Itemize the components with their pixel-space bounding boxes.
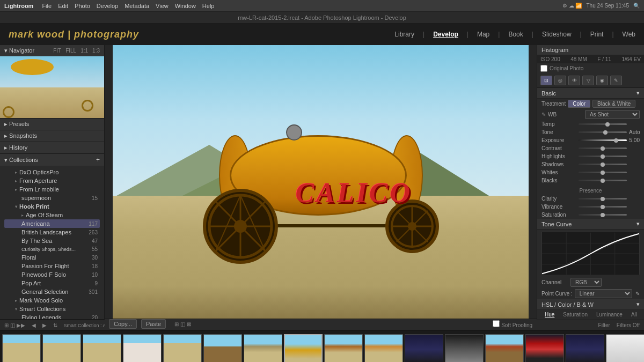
fill-control[interactable]: FILL — [65, 48, 76, 54]
nav-book[interactable]: Book — [508, 31, 523, 38]
whites-slider[interactable] — [579, 172, 627, 173]
collection-curiosity[interactable]: Curiosity Shops, Sheds...55 — [4, 245, 100, 253]
menu-photo[interactable]: Photo — [75, 3, 90, 9]
tone-curve-header[interactable]: Tone Curve ▾ — [537, 219, 644, 230]
1to3-control[interactable]: 1:3 — [92, 48, 100, 54]
basic-expand-icon[interactable]: ▾ — [636, 90, 640, 97]
collection-flying[interactable]: Flying Legends20 — [4, 313, 100, 320]
hsl-tab-all[interactable]: All — [628, 311, 640, 318]
collection-by-the-sea[interactable]: By The Sea47 — [4, 237, 100, 245]
panel-toggle-icons[interactable]: ⊞ ◫ ▶▶ — [4, 322, 25, 328]
collection-americana[interactable]: Americana117 — [4, 219, 100, 228]
film-thumb-11[interactable]: ★★★ — [405, 334, 443, 363]
soft-proofing-toggle[interactable]: Soft Proofing — [493, 320, 532, 328]
image-area[interactable]: CALICO — [105, 45, 537, 319]
collection-supermoon[interactable]: supermoon15 — [4, 194, 100, 202]
nav-web[interactable]: Web — [623, 31, 635, 38]
film-thumb-3[interactable]: ★★★ — [83, 334, 121, 363]
original-photo-checkbox[interactable] — [540, 65, 547, 72]
contrast-slider[interactable] — [579, 147, 627, 149]
film-thumb-4[interactable]: ★★★★ — [123, 334, 162, 363]
soft-proofing-checkbox[interactable] — [493, 320, 500, 327]
spot-removal-tool[interactable]: ◎ — [554, 76, 566, 85]
film-thumb-16[interactable]: ★★★★ — [606, 334, 644, 363]
shadows-slider[interactable] — [579, 164, 627, 165]
add-collection-icon[interactable]: + — [96, 156, 100, 164]
color-treatment-btn[interactable]: Color — [568, 100, 590, 108]
redeye-tool[interactable]: 👁 — [568, 76, 580, 85]
nav-develop[interactable]: Develop — [433, 31, 458, 38]
basic-header[interactable]: Basic ▾ — [537, 88, 644, 99]
menu-develop[interactable]: Develop — [97, 3, 118, 9]
collection-hook-print[interactable]: ▾Hook Print — [4, 202, 100, 211]
bw-treatment-btn[interactable]: Black & White — [592, 100, 635, 108]
navigator-header[interactable]: ▾ Navigator FIT FILL 1:1 1:3 — [0, 45, 104, 56]
hsl-tab-saturation[interactable]: Saturation — [560, 311, 591, 318]
original-photo-toggle[interactable]: Original Photo — [537, 63, 644, 73]
collection-pinewood[interactable]: Pinewood F Solo10 — [4, 270, 100, 279]
filmstrip-nav-prev[interactable]: ◀ — [32, 322, 36, 328]
film-thumb-1[interactable]: ★★★★ — [2, 334, 41, 363]
collection-floral[interactable]: Floral30 — [4, 253, 100, 262]
film-thumb-9[interactable]: ★★★★ — [324, 334, 363, 363]
hsl-expand[interactable]: ▾ — [636, 301, 640, 308]
copy-button[interactable]: Copy... — [109, 319, 137, 329]
collections-header[interactable]: ▾ Collections + — [0, 154, 104, 166]
film-thumb-10[interactable]: ★★★★ — [364, 334, 403, 363]
collection-passion[interactable]: Passion For Flight18 — [4, 262, 100, 270]
presets-header[interactable]: ▸ Presets — [0, 119, 104, 130]
menu-file[interactable]: File — [42, 3, 52, 9]
film-thumb-2[interactable]: ★★★★ — [42, 334, 81, 363]
collection-age-of-steam[interactable]: ▸Age Of Steam — [4, 211, 100, 219]
adjustment-brush-tool[interactable]: ✎ — [610, 76, 622, 85]
filmstrip-sort[interactable]: ⇅ — [53, 322, 57, 328]
hsl-header[interactable]: HSL / Color / B & W ▾ — [537, 299, 644, 310]
menu-metadata[interactable]: Metadata — [125, 3, 149, 9]
collection-mark-wood[interactable]: ▸Mark Wood Solo — [4, 296, 100, 305]
navigator-thumbnail[interactable] — [0, 56, 104, 118]
curve-edit-icon[interactable]: ✎ — [635, 291, 640, 297]
saturation-slider[interactable] — [579, 214, 627, 216]
histogram-header[interactable]: Histogram — [537, 45, 644, 55]
film-thumb-13[interactable]: ★★★ — [485, 334, 524, 363]
film-thumb-8[interactable]: ★★★★★ — [284, 334, 323, 363]
film-thumb-5[interactable]: ★★★ — [163, 334, 202, 363]
snapshots-header[interactable]: ▸ Snapshots — [0, 130, 104, 142]
menu-window[interactable]: Window — [175, 3, 196, 9]
collection-pop-art[interactable]: Pop Art9 — [4, 279, 100, 287]
collection-lr-mobile[interactable]: ▸From Lr mobile — [4, 185, 100, 194]
hsl-tab-luminance[interactable]: Luminance — [593, 311, 626, 318]
menu-view[interactable]: View — [156, 3, 169, 9]
hsl-tab-hue[interactable]: Hue — [541, 311, 558, 318]
film-thumb-6[interactable]: ★★★★ — [203, 334, 242, 363]
point-curve-select[interactable]: Linear Medium Contrast Strong Contrast — [575, 289, 632, 298]
collection-aperture[interactable]: ▸From Aperture — [4, 176, 100, 185]
clarity-slider[interactable] — [579, 198, 627, 200]
menu-help[interactable]: Help — [202, 3, 215, 9]
wb-dropdown[interactable]: As Shot Auto Daylight — [585, 110, 640, 119]
collection-smart[interactable]: ▾Smart Collections — [4, 305, 100, 313]
blacks-slider[interactable] — [579, 180, 627, 181]
highlights-slider[interactable] — [579, 156, 627, 157]
tone-curve-expand[interactable]: ▾ — [636, 220, 640, 227]
vibrance-slider[interactable] — [579, 206, 627, 208]
filter-off-label[interactable]: Filters Off — [617, 322, 640, 328]
tint-slider[interactable] — [579, 131, 627, 133]
collection-british[interactable]: British Landscapes263 — [4, 228, 100, 237]
temp-slider[interactable] — [579, 123, 627, 125]
menu-edit[interactable]: Edit — [58, 3, 68, 9]
fit-control[interactable]: FIT — [53, 48, 61, 54]
film-thumb-14[interactable]: ★★★★ — [525, 334, 564, 363]
collection-dxo[interactable]: ▸DxO OpticsPro — [4, 168, 100, 176]
crop-tool[interactable]: ⊡ — [540, 76, 552, 85]
graduated-filter-tool[interactable]: ▽ — [582, 76, 594, 85]
film-thumb-15[interactable]: ★★★ — [566, 334, 604, 363]
nav-map[interactable]: Map — [477, 31, 489, 38]
film-thumb-7[interactable]: ★★★ — [244, 334, 282, 363]
nav-print[interactable]: Print — [590, 31, 604, 38]
nav-library[interactable]: Library — [394, 31, 414, 38]
filmstrip-nav-next[interactable]: ▶ — [42, 322, 47, 328]
film-thumb-12[interactable]: ★★★★ — [445, 334, 484, 363]
1to1-control[interactable]: 1:1 — [80, 48, 88, 54]
collection-general[interactable]: General Selection301 — [4, 287, 100, 296]
